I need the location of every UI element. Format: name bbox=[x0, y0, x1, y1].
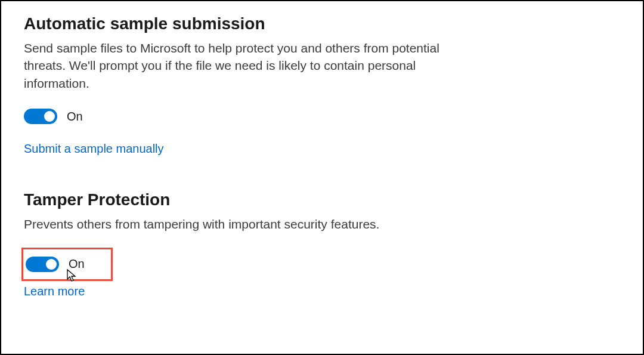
sample-submission-toggle-label: On bbox=[67, 110, 83, 124]
toggle-knob bbox=[46, 259, 57, 270]
tamper-protection-toggle-row: On bbox=[23, 257, 103, 272]
sample-submission-description: Send sample files to Microsoft to help p… bbox=[24, 39, 453, 92]
section-tamper-protection: Tamper Protection Prevents others from t… bbox=[24, 190, 620, 298]
submit-sample-link[interactable]: Submit a sample manually bbox=[24, 142, 164, 156]
learn-more-link[interactable]: Learn more bbox=[24, 285, 85, 298]
tamper-protection-toggle[interactable] bbox=[26, 257, 59, 272]
sample-submission-title: Automatic sample submission bbox=[24, 14, 620, 33]
sample-submission-toggle-row: On bbox=[24, 109, 620, 124]
tamper-protection-title: Tamper Protection bbox=[24, 190, 620, 209]
settings-panel: Automatic sample submission Send sample … bbox=[0, 0, 644, 355]
tamper-protection-toggle-label: On bbox=[69, 257, 85, 271]
section-sample-submission: Automatic sample submission Send sample … bbox=[24, 14, 620, 156]
tamper-protection-description: Prevents others from tampering with impo… bbox=[24, 215, 453, 233]
sample-submission-toggle[interactable] bbox=[24, 109, 57, 124]
toggle-knob bbox=[44, 111, 55, 122]
highlight-annotation: On bbox=[21, 248, 113, 281]
